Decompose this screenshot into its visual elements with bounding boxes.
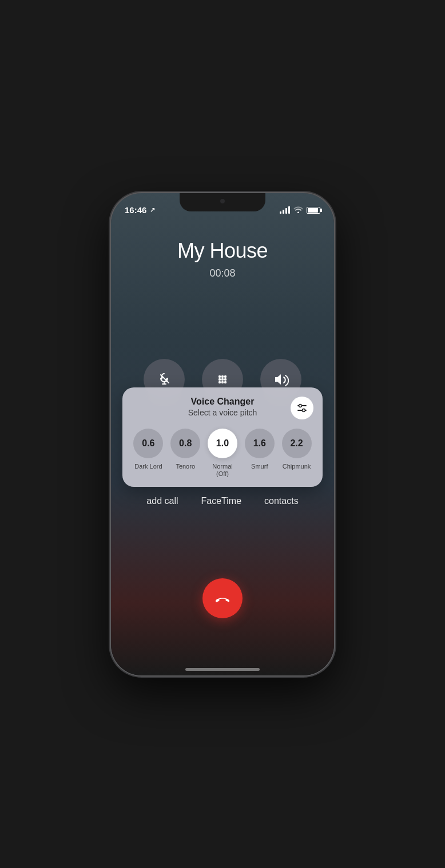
battery-icon [307, 207, 320, 214]
svg-point-11 [299, 404, 302, 407]
svg-point-0 [218, 375, 221, 377]
signal-icon [280, 206, 290, 214]
pitch-option-chipmunk[interactable]: 2.2 Chipmunk [280, 429, 313, 470]
phone-frame: 16:46 ↗ [111, 193, 334, 675]
svg-point-3 [218, 378, 221, 380]
call-contact-name: My House [111, 239, 334, 263]
svg-point-12 [303, 409, 305, 411]
pitch-circle-dark-lord: 0.6 [133, 429, 163, 458]
panel-title-group: Voice Changer Select a voice pitch [154, 397, 291, 417]
pitch-label-chipmunk: Chipmunk [283, 463, 311, 470]
pitch-label-smurf: Smurf [251, 463, 268, 470]
panel-title: Voice Changer [154, 397, 291, 407]
call-controls-bottom: add call FaceTime contacts [111, 496, 334, 506]
time-display: 16:46 [125, 205, 146, 215]
svg-point-5 [224, 378, 227, 380]
svg-point-2 [224, 375, 227, 377]
pitch-label-tenoro: Tenoro [176, 463, 195, 470]
end-call-button[interactable] [202, 578, 243, 618]
pitch-circle-chipmunk: 2.2 [282, 429, 312, 458]
pitch-option-tenoro[interactable]: 0.8 Tenoro [169, 429, 202, 470]
pitch-label-dark-lord: Dark Lord [134, 463, 162, 470]
status-time: 16:46 ↗ [125, 205, 155, 215]
home-indicator[interactable] [185, 668, 260, 671]
pitch-option-dark-lord[interactable]: 0.6 Dark Lord [132, 429, 165, 470]
pitch-options: 0.6 Dark Lord 0.8 Tenoro 1.0 Normal (Off… [132, 429, 313, 478]
svg-point-8 [224, 381, 227, 383]
pitch-circle-normal: 1.0 [208, 429, 237, 458]
pitch-option-normal[interactable]: 1.0 Normal (Off) [206, 429, 240, 478]
svg-point-6 [218, 381, 221, 383]
pitch-label-normal: Normal (Off) [206, 463, 240, 478]
pitch-circle-smurf: 1.6 [245, 429, 275, 458]
status-icons [280, 206, 320, 215]
svg-point-4 [221, 378, 224, 380]
voice-changer-panel: Voice Changer Select a voice pitch 0.6 [122, 387, 323, 487]
notch [180, 193, 265, 211]
add-call-button[interactable]: add call [146, 496, 178, 506]
svg-point-7 [221, 381, 224, 383]
svg-point-1 [221, 375, 224, 377]
end-call-icon [213, 589, 232, 607]
panel-subtitle: Select a voice pitch [154, 408, 291, 417]
pitch-circle-tenoro: 0.8 [170, 429, 200, 458]
settings-button[interactable] [291, 397, 313, 419]
contacts-button[interactable]: contacts [264, 496, 299, 506]
wifi-icon [293, 206, 303, 215]
phone-screen: 16:46 ↗ [111, 193, 334, 675]
facetime-button[interactable]: FaceTime [201, 496, 242, 506]
sliders-icon [296, 402, 308, 414]
pitch-option-smurf[interactable]: 1.6 Smurf [243, 429, 276, 470]
call-timer: 00:08 [111, 267, 334, 279]
panel-header: Voice Changer Select a voice pitch [132, 397, 313, 419]
location-arrow-icon: ↗ [150, 206, 155, 214]
